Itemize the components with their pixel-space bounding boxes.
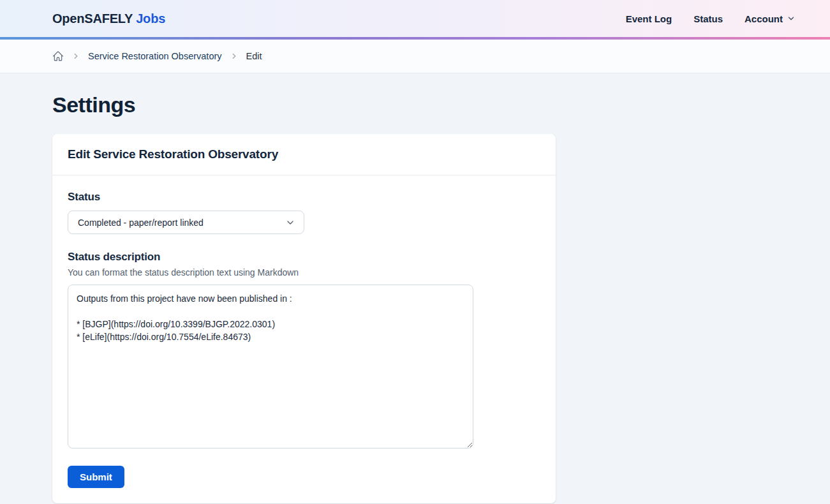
page-title: Settings <box>52 93 830 117</box>
breadcrumb: Service Restoration Observatory Edit <box>0 50 262 62</box>
brand-primary-text: OpenSAFELY <box>52 11 133 26</box>
site-header: OpenSAFELY Jobs Event Log Status Account <box>0 0 830 37</box>
nav-account-label: Account <box>745 13 783 24</box>
breadcrumb-current: Edit <box>246 51 262 61</box>
main-content: Settings Edit Service Restoration Observ… <box>0 73 830 503</box>
status-description-label: Status description <box>68 251 540 263</box>
status-description-textarea[interactable]: Outputs from this project have now been … <box>68 285 473 448</box>
chevron-right-icon <box>71 52 80 61</box>
breadcrumb-project-link[interactable]: Service Restoration Observatory <box>88 51 222 61</box>
chevron-down-icon <box>787 14 796 23</box>
chevron-right-icon <box>230 52 239 61</box>
status-label: Status <box>68 191 540 204</box>
main-nav: Event Log Status Account <box>626 13 796 24</box>
card-title: Edit Service Restoration Observatory <box>68 147 540 161</box>
brand-logo[interactable]: OpenSAFELY Jobs <box>52 11 165 26</box>
status-description-group: Status description You can format the st… <box>68 251 540 448</box>
breadcrumb-home-link[interactable] <box>52 50 64 62</box>
chevron-down-icon <box>285 218 295 228</box>
status-select[interactable]: Completed - paper/report linked <box>68 211 304 234</box>
nav-event-log[interactable]: Event Log <box>626 13 672 24</box>
card-header: Edit Service Restoration Observatory <box>52 134 556 175</box>
card-body: Status Completed - paper/report linked S… <box>52 175 556 503</box>
breadcrumb-bar: Service Restoration Observatory Edit <box>0 40 830 73</box>
home-icon <box>52 50 64 62</box>
status-description-help: You can format the status description te… <box>68 267 540 278</box>
brand-secondary-text: Jobs <box>136 11 165 26</box>
nav-status[interactable]: Status <box>693 13 723 24</box>
edit-settings-card: Edit Service Restoration Observatory Sta… <box>52 134 556 503</box>
submit-button[interactable]: Submit <box>68 466 124 488</box>
status-select-value: Completed - paper/report linked <box>78 218 204 228</box>
nav-account-menu[interactable]: Account <box>745 13 796 24</box>
